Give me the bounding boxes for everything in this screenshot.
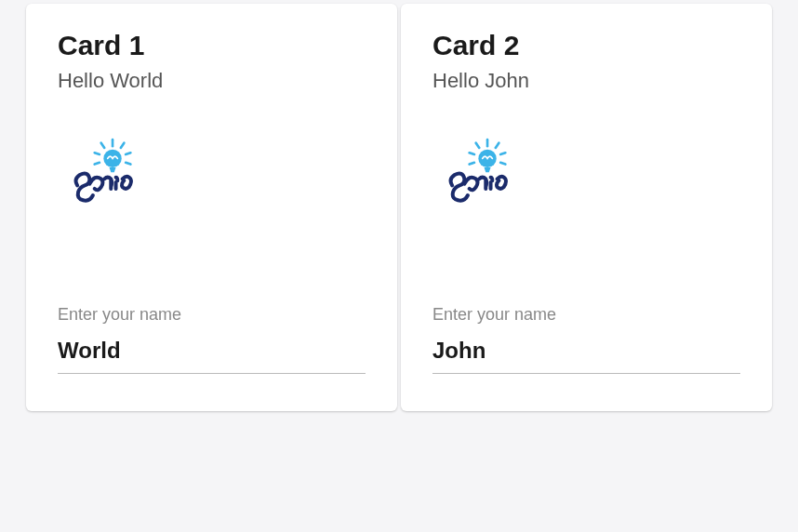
card-greeting: Hello World	[58, 69, 366, 93]
svg-line-11	[470, 153, 474, 154]
name-input-group: Enter your name	[58, 305, 366, 374]
genie-logo-icon	[440, 138, 522, 212]
card-greeting: Hello John	[432, 69, 740, 93]
card-1: Card 1 Hello World	[26, 4, 397, 411]
svg-line-5	[95, 163, 100, 165]
logo-wrap	[432, 138, 740, 296]
card-2: Card 2 Hello John Enter your n	[401, 4, 772, 411]
name-input[interactable]	[432, 332, 740, 374]
logo-wrap	[58, 138, 366, 296]
svg-line-2	[121, 143, 125, 148]
svg-line-3	[95, 153, 100, 154]
svg-line-9	[476, 143, 480, 148]
name-input-label: Enter your name	[58, 305, 366, 325]
svg-line-1	[101, 143, 105, 148]
name-input-group: Enter your name	[432, 305, 740, 374]
card-container: Card 1 Hello World	[0, 0, 798, 415]
svg-line-4	[126, 153, 130, 154]
card-title: Card 1	[58, 30, 366, 61]
svg-line-12	[500, 153, 505, 154]
name-input-label: Enter your name	[432, 305, 740, 325]
genie-logo-icon	[65, 138, 147, 212]
svg-line-6	[126, 163, 130, 165]
svg-line-14	[500, 163, 505, 165]
svg-line-10	[496, 143, 499, 148]
svg-line-13	[470, 163, 474, 165]
card-title: Card 2	[432, 30, 740, 61]
name-input[interactable]	[58, 332, 366, 374]
